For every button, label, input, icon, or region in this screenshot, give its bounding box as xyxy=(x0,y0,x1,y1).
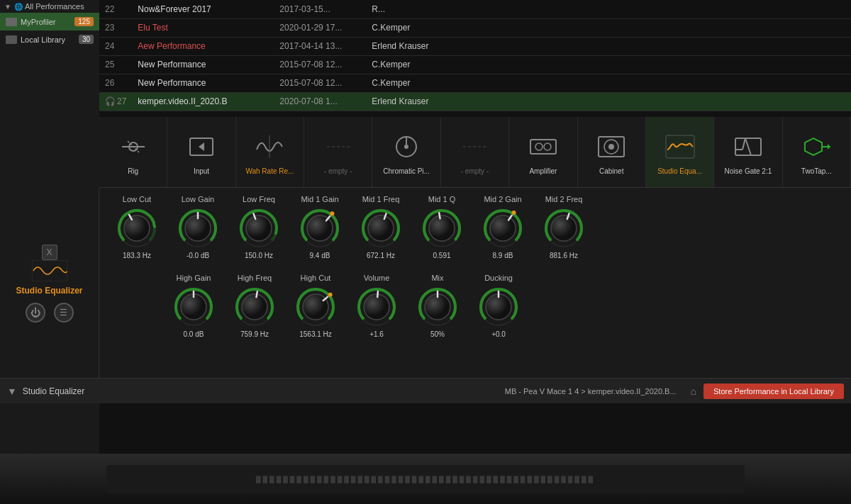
svg-marker-24 xyxy=(828,144,830,150)
power-button[interactable]: ⏻ xyxy=(26,303,45,323)
noise_gate-label: Noise Gate 2:1 xyxy=(725,167,772,175)
table-row[interactable]: 🎧27kemper.video.II_2020.B2020-07-08 1...… xyxy=(99,92,851,111)
svg-line-44 xyxy=(439,213,440,218)
knob-value-low_cut: 183.3 Hz xyxy=(123,252,151,259)
close-button[interactable]: X xyxy=(42,245,57,260)
knob-high_gain[interactable] xyxy=(173,286,214,327)
svg-line-20 xyxy=(742,138,745,150)
knob-low_cut[interactable] xyxy=(116,208,157,249)
home-icon[interactable]: ⌂ xyxy=(691,386,696,397)
knob-mid2_freq[interactable] xyxy=(543,208,584,249)
knob-label-ducking: Ducking xyxy=(484,274,513,282)
keyboard-area: ▓▓▓▓▓▓▓▓▓▓▓▓▓▓▓▓▓▓▓▓▓▓▓▓▓▓▓▓▓▓▓▓▓▓▓▓▓▓▓▓… xyxy=(0,454,851,504)
row-date: 2017-03-15... xyxy=(274,0,366,18)
knob-group-low_cut: Low Cut 183.3 Hz xyxy=(112,195,162,259)
input-label: Input xyxy=(194,167,209,175)
arrow-icon: ▼ xyxy=(4,3,11,11)
knob-mid1_q[interactable] xyxy=(421,208,462,249)
effect-slot-chromatic[interactable]: Chromatic Pi... xyxy=(372,117,440,187)
row-author: C.Kemper xyxy=(366,74,851,92)
knob-value-mid1_gain: 9.4 dB xyxy=(310,252,330,259)
svg-point-61 xyxy=(328,293,333,297)
knob-group-mid1_freq: Mid 1 Freq 672.1 Hz xyxy=(356,195,406,259)
knob-mix[interactable] xyxy=(417,286,458,327)
svg-point-12 xyxy=(544,143,551,150)
row-name: kemper.video.II_2020.B xyxy=(132,92,274,111)
local-library-icon xyxy=(6,35,17,44)
table-row[interactable]: 23Elu Test2020-01-29 17...C.Kemper xyxy=(99,18,851,37)
menu-button[interactable]: ☰ xyxy=(54,303,74,323)
chromatic-icon xyxy=(389,129,424,164)
knob-label-mix: Mix xyxy=(431,274,443,282)
svg-point-63 xyxy=(364,294,389,320)
row-num: 25 xyxy=(99,55,132,74)
sidebar-item-myprofiler[interactable]: MyProfiler 125 xyxy=(0,13,99,30)
amplifier-label: Amplifier xyxy=(529,167,557,175)
row-name: Now&Forever 2017 xyxy=(132,0,274,18)
table-row[interactable]: 26New Performance2015-07-08 12...C.Kempe… xyxy=(99,74,851,92)
svg-point-27 xyxy=(124,215,150,241)
knob-mid2_gain[interactable] xyxy=(482,208,523,249)
status-bar: ▼ Studio Equalizer MB - Pea V Mace 1 4 >… xyxy=(0,378,851,403)
knob-volume[interactable] xyxy=(356,286,397,327)
knob-high_cut[interactable] xyxy=(295,286,336,327)
knob-group-low_gain: Low Gain -0.0 dB xyxy=(173,195,223,259)
svg-point-16 xyxy=(608,144,614,150)
all-performances-label: All Performances xyxy=(25,2,84,11)
svg-point-38 xyxy=(330,211,334,215)
row-num: 🎧27 xyxy=(99,92,132,111)
svg-point-40 xyxy=(368,215,394,241)
empty1-label: - empty - xyxy=(324,167,352,175)
effect-slot-empty2[interactable]: - empty - xyxy=(441,117,509,187)
knob-value-low_gain: -0.0 dB xyxy=(187,252,209,259)
knob-label-low_cut: Low Cut xyxy=(123,195,151,203)
table-row[interactable]: 25New Performance2015-07-08 12...C.Kempe… xyxy=(99,55,851,74)
effect-slot-empty1[interactable]: - empty - xyxy=(304,117,372,187)
effects-chain: RigInputWah Rate Re...- empty -Chromatic… xyxy=(99,117,851,188)
table-row[interactable]: 24Aew Performance2017-04-14 13...Erlend … xyxy=(99,37,851,55)
input-icon xyxy=(184,129,219,164)
effect-slot-rig[interactable]: Rig xyxy=(99,117,167,187)
knob-value-high_gain: 0.0 dB xyxy=(184,330,204,338)
effect-slot-cabinet[interactable]: Cabinet xyxy=(578,117,646,187)
effect-slot-noise_gate[interactable]: Noise Gate 2:1 xyxy=(714,117,782,187)
knob-low_freq[interactable] xyxy=(238,208,279,249)
knob-label-mid1_freq: Mid 1 Freq xyxy=(362,195,400,203)
knob-high_freq[interactable] xyxy=(234,286,275,327)
sidebar-item-all-performances[interactable]: ▼ 🌐 All Performances xyxy=(0,0,99,13)
twotap-label: TwoTap... xyxy=(801,167,832,175)
knob-ducking[interactable] xyxy=(478,286,519,327)
knob-low_gain[interactable] xyxy=(177,208,218,249)
knob-group-high_freq: High Freq 759.9 Hz xyxy=(230,274,279,338)
effect-slot-twotap[interactable]: TwoTap... xyxy=(783,117,851,187)
effect-slot-studio_eq[interactable]: Studio Equa... xyxy=(646,117,714,187)
wah-icon xyxy=(252,129,287,164)
knob-group-ducking: Ducking +0.0 xyxy=(474,274,523,338)
amplifier-icon xyxy=(525,129,561,164)
sidebar-item-local-library[interactable]: Local Library 30 xyxy=(0,30,99,48)
knob-label-low_freq: Low Freq xyxy=(243,195,275,203)
wah-label: Wah Rate Re... xyxy=(245,167,294,175)
rig-label: Rig xyxy=(128,167,138,175)
effect-slot-input[interactable]: Input xyxy=(167,117,235,187)
knob-mid1_freq[interactable] xyxy=(360,208,401,249)
effect-slot-wah[interactable]: Wah Rate Re... xyxy=(236,117,304,187)
store-performance-button[interactable]: Store Performance in Local Library xyxy=(703,383,844,399)
local-library-label: Local Library xyxy=(21,35,65,44)
breadcrumb: MB - Pea V Mace 1 4 > kemper.video.II_20… xyxy=(505,387,677,396)
svg-point-66 xyxy=(425,294,450,320)
effect-slot-amplifier[interactable]: Amplifier xyxy=(509,117,577,187)
knob-value-ducking: +0.0 xyxy=(491,330,506,338)
knob-group-mid2_freq: Mid 2 Freq 881.6 Hz xyxy=(539,195,589,259)
knob-value-mix: 50% xyxy=(430,330,445,338)
svg-point-69 xyxy=(486,294,511,320)
table-row[interactable]: 22Now&Forever 20172017-03-15...R... xyxy=(99,0,851,18)
knob-label-mid2_gain: Mid 2 Gain xyxy=(484,195,521,203)
globe-icon: 🌐 xyxy=(14,3,23,11)
studio_eq-label: Studio Equa... xyxy=(657,167,702,175)
chromatic-label: Chromatic Pi... xyxy=(383,167,430,175)
row-num: 26 xyxy=(99,74,132,92)
twotap-icon xyxy=(799,129,834,164)
knob-group-mid1_q: Mid 1 Q 0.591 xyxy=(417,195,467,259)
knob-mid1_gain[interactable] xyxy=(299,208,340,249)
